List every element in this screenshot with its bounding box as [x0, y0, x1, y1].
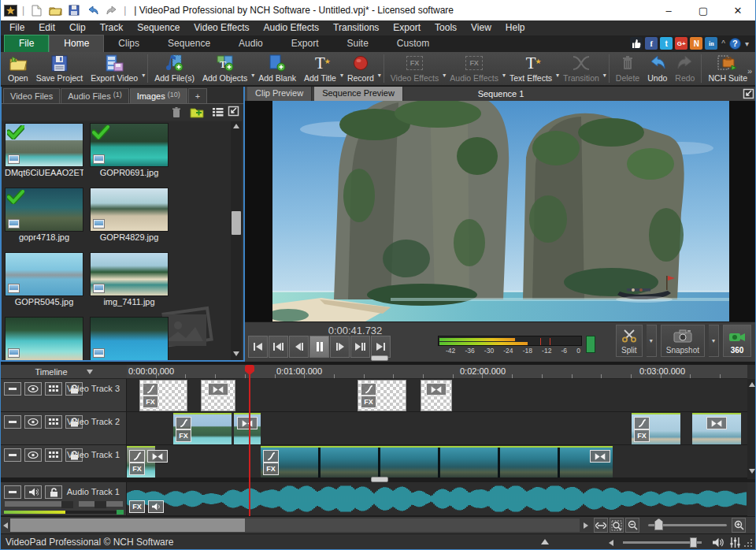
- new-project-icon[interactable]: [29, 4, 43, 17]
- scroll-up-icon[interactable]: [749, 382, 755, 387]
- snapshot-button[interactable]: Snapshot: [661, 325, 705, 357]
- zoom-in-icon[interactable]: [732, 518, 746, 533]
- collapse-track-icon[interactable]: [4, 415, 21, 429]
- tab-video-files[interactable]: Video Files: [3, 88, 60, 103]
- menu-item-edit[interactable]: Edit: [32, 20, 62, 35]
- add-folder-icon[interactable]: [188, 106, 206, 120]
- nch-suite-button[interactable]: NCH Suite: [704, 52, 751, 85]
- menu-item-file[interactable]: File: [2, 20, 32, 35]
- track-visibility-icon[interactable]: [24, 415, 42, 429]
- video-effects-button[interactable]: FX Video Effects: [387, 52, 443, 85]
- collapse-ribbon-icon[interactable]: ^: [720, 39, 727, 48]
- save-project-icon[interactable]: [67, 4, 81, 17]
- zoom-selection-icon[interactable]: [610, 518, 624, 533]
- timeline-clip[interactable]: FX: [632, 413, 680, 444]
- hscroll-thumb[interactable]: [10, 518, 245, 532]
- transition-icon[interactable]: [147, 450, 168, 463]
- audio-fx-badge[interactable]: FX: [129, 500, 145, 513]
- zoom-out-icon[interactable]: [625, 518, 639, 533]
- fx-badge[interactable]: FX: [263, 463, 279, 475]
- timeline-clip[interactable]: FX: [127, 446, 155, 478]
- zoom-slider-thumb[interactable]: [654, 518, 663, 530]
- fade-curve-icon[interactable]: [634, 417, 650, 429]
- media-thumbnail[interactable]: DMqt6CiUEAAO2ET.jpg: [5, 123, 83, 177]
- camera-360-button[interactable]: 360: [723, 325, 751, 357]
- track-lane[interactable]: FXFX: [127, 412, 747, 445]
- fx-badge[interactable]: FX: [129, 463, 145, 475]
- resize-grip-icon[interactable]: [744, 539, 753, 550]
- transition-icon[interactable]: [426, 383, 447, 396]
- help-dropdown-icon[interactable]: ▾: [743, 39, 750, 48]
- speaker-icon[interactable]: [712, 537, 724, 550]
- list-view-icon[interactable]: [209, 106, 226, 120]
- undock-panel-icon[interactable]: [224, 104, 242, 118]
- track-options-icon[interactable]: [45, 448, 62, 462]
- mixer-icon[interactable]: [729, 537, 741, 550]
- previous-clip-button[interactable]: [269, 336, 288, 358]
- timeline-dropdown-icon[interactable]: [87, 370, 93, 374]
- open-project-icon[interactable]: [48, 4, 62, 17]
- tab-home[interactable]: Home: [49, 35, 104, 52]
- track-lane[interactable]: FXFX: [127, 445, 747, 478]
- pan-slider-thumb[interactable]: [94, 501, 106, 508]
- transition-icon[interactable]: [590, 450, 610, 463]
- delete-button[interactable]: Delete: [612, 52, 643, 85]
- tab-add[interactable]: +: [188, 88, 207, 103]
- playhead-line[interactable]: [249, 365, 250, 516]
- collapse-track-icon[interactable]: [4, 382, 21, 396]
- timeline-clip[interactable]: [234, 413, 261, 444]
- collapse-track-icon[interactable]: [4, 448, 21, 462]
- timeline-clip[interactable]: FX: [261, 446, 613, 478]
- mute-track-icon[interactable]: [24, 485, 42, 499]
- facebook-icon[interactable]: f: [645, 37, 658, 50]
- tab-file[interactable]: File: [4, 35, 49, 52]
- volume-collapse-icon[interactable]: [609, 540, 613, 546]
- redo-icon[interactable]: [105, 4, 119, 17]
- track-visibility-icon[interactable]: [24, 382, 42, 396]
- add-objects-button[interactable]: T Add Objects: [198, 52, 251, 85]
- tab-suite[interactable]: Suite: [332, 35, 382, 52]
- record-dropdown[interactable]: ▾: [378, 72, 381, 79]
- scroll-left-icon[interactable]: [1, 518, 10, 532]
- twitter-icon[interactable]: t: [660, 37, 673, 50]
- media-thumbnail[interactable]: GOPR5045.jpg: [5, 252, 83, 307]
- scroll-down-icon[interactable]: [749, 469, 755, 474]
- master-volume-thumb[interactable]: [690, 537, 697, 548]
- menu-item-audio-effects[interactable]: Audio Effects: [257, 20, 327, 35]
- scroll-up-icon[interactable]: [233, 124, 239, 128]
- track-visibility-icon[interactable]: [24, 448, 42, 462]
- help-icon[interactable]: ?: [729, 38, 741, 50]
- transition-icon[interactable]: [706, 417, 727, 429]
- timeline-clip[interactable]: [692, 413, 741, 444]
- menu-item-help[interactable]: Help: [498, 20, 532, 35]
- split-button[interactable]: Split: [616, 325, 643, 357]
- audio-effects-button[interactable]: FX Audio Effects: [446, 52, 502, 85]
- timeline-clip[interactable]: [421, 380, 452, 411]
- add-blank-button[interactable]: Add Blank: [254, 52, 300, 85]
- open-button[interactable]: Open: [4, 52, 32, 85]
- fx-badge[interactable]: FX: [634, 429, 650, 442]
- fx-badge[interactable]: FX: [176, 429, 191, 442]
- close-button[interactable]: ✕: [721, 0, 755, 20]
- menu-item-export[interactable]: Export: [386, 20, 428, 35]
- pause-button[interactable]: [309, 336, 329, 358]
- linkedin-icon[interactable]: in: [705, 37, 717, 50]
- redo-button[interactable]: Redo: [671, 52, 699, 85]
- media-thumbnail[interactable]: [5, 317, 83, 360]
- scroll-down-icon[interactable]: [233, 351, 239, 356]
- fade-curve-icon[interactable]: [361, 383, 376, 396]
- media-thumbnail[interactable]: GOPR4829.jpg: [90, 188, 169, 242]
- add-title-button[interactable]: T★ Add Title: [300, 52, 340, 85]
- menu-item-track[interactable]: Track: [93, 20, 131, 35]
- expand-panel-icon[interactable]: [541, 539, 549, 544]
- text-effects-button[interactable]: T★ Text Effects: [506, 52, 556, 85]
- go-to-start-button[interactable]: [248, 336, 268, 358]
- collapse-track-icon[interactable]: [4, 485, 21, 499]
- media-scrollbar[interactable]: [231, 121, 242, 360]
- pan-slider[interactable]: [78, 500, 124, 507]
- menu-item-transitions[interactable]: Transitions: [326, 20, 386, 35]
- step-forward-button[interactable]: [330, 336, 350, 358]
- step-back-button[interactable]: [289, 336, 309, 358]
- transition-icon[interactable]: [208, 383, 228, 396]
- audio-clip[interactable]: FX: [127, 482, 747, 516]
